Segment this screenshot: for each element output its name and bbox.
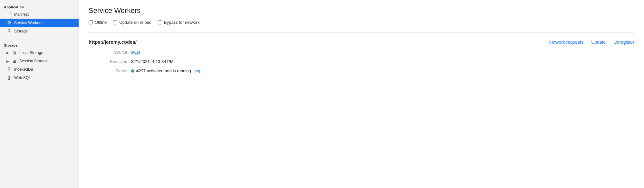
sidebar-item-label: Storage [14,29,28,33]
bypass-for-network-label: Bypass for network [164,20,200,25]
received-label: Received [108,59,127,64]
source-label: Source [108,50,127,55]
service-worker-entry: https://jeremy.codes/ Network requests U… [89,39,634,73]
checkbox-row: Offline Update on reload Bypass for netw… [89,20,634,25]
grid-icon: ⊞ [12,58,17,64]
stop-link[interactable]: stop [194,68,202,73]
update-on-reload-checkbox-label[interactable]: Update on reload [113,20,151,25]
sidebar-item-label: IndexedDB [14,67,33,72]
offline-checkbox[interactable] [89,20,93,24]
update-on-reload-label: Update on reload [119,20,151,25]
main-content: Service Workers Offline Update on reload… [79,0,644,188]
grid-icon: ⊞ [12,50,17,55]
sw-details: Source sw.js Received 8/21/2021, 4:13:34… [89,50,634,73]
network-requests-link[interactable]: Network requests [548,40,583,45]
sidebar: Application 📄 Manifest ⚙ Service Workers… [0,0,79,188]
gear-icon: ⚙ [6,20,12,25]
database-icon: 🗄 [6,67,12,72]
status-row: Status #297 activated and is running sto… [108,68,634,73]
database-icon: 🗄 [6,75,12,80]
chevron-right-icon: ▶ [6,59,9,63]
sidebar-item-label: Web SQL [14,76,31,80]
update-on-reload-checkbox[interactable] [113,20,117,24]
unregister-link[interactable]: Unregister [613,40,634,45]
sw-url: https://jeremy.codes/ [89,39,137,45]
source-file-link[interactable]: sw.js [131,50,140,55]
status-value-row: #297 activated and is running stop [131,68,201,73]
status-label: Status [108,68,127,73]
document-icon: 📄 [6,12,12,17]
sidebar-divider [0,38,79,38]
update-link[interactable]: Update [591,40,606,45]
database-icon: 🗄 [6,29,12,34]
sidebar-item-indexeddb[interactable]: 🗄 IndexedDB [0,65,79,74]
sw-actions: Network requests Update Unregister [548,40,634,45]
bypass-for-network-checkbox[interactable] [158,20,162,24]
sidebar-item-label: Local Storage [19,50,43,55]
sidebar-item-label: Session Storage [19,59,48,63]
status-text: #297 activated and is running [136,68,191,73]
sidebar-item-local-storage[interactable]: ▶ ⊞ Local Storage [0,49,79,57]
source-row: Source sw.js [108,50,634,55]
chevron-right-icon: ▶ [6,51,9,55]
sidebar-item-web-sql[interactable]: 🗄 Web SQL [0,74,79,82]
sidebar-item-storage[interactable]: 🗄 Storage [0,27,79,35]
sidebar-item-session-storage[interactable]: ▶ ⊞ Session Storage [0,57,79,65]
status-dot-green [131,69,134,73]
sidebar-item-label: Service Workers [14,21,43,25]
application-section-label: Application [0,3,79,10]
content-separator [89,32,634,33]
sw-url-row: https://jeremy.codes/ Network requests U… [89,39,634,45]
storage-section-label: Storage [0,41,79,49]
offline-checkbox-label[interactable]: Offline [89,20,107,25]
received-row: Received 8/21/2021, 4:13:34 PM [108,59,634,64]
sidebar-item-label: Manifest [14,12,29,17]
sidebar-item-manifest[interactable]: 📄 Manifest [0,10,79,19]
received-value: 8/21/2021, 4:13:34 PM [131,59,174,64]
bypass-for-network-checkbox-label[interactable]: Bypass for network [158,20,200,25]
offline-label: Offline [95,20,107,25]
sidebar-item-service-workers[interactable]: ⚙ Service Workers [0,19,79,27]
page-title: Service Workers [89,6,634,15]
